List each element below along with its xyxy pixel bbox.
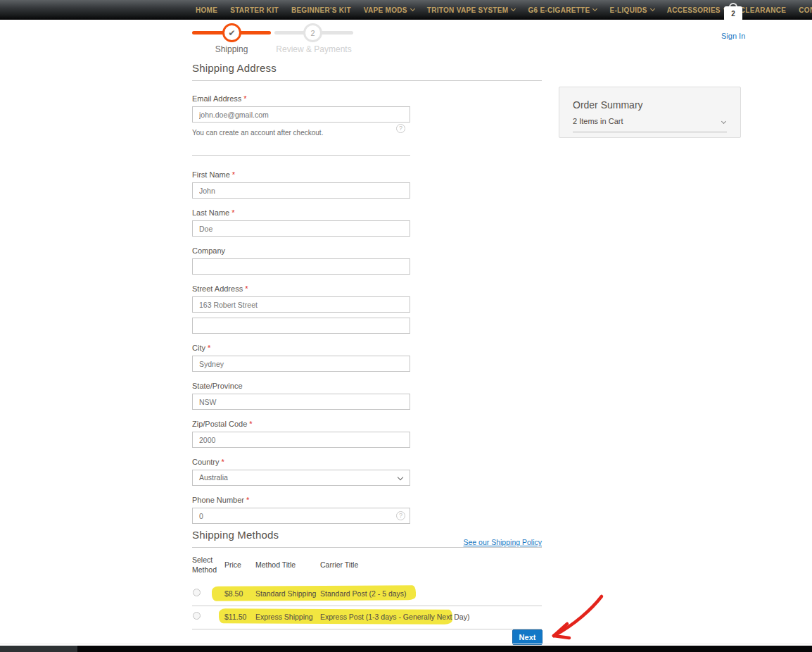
top-nav: HOME STARTER KIT BEGINNER'S KIT VAPE MOD…: [0, 0, 812, 20]
required-marker: *: [246, 496, 249, 504]
street-address-field[interactable]: [192, 296, 410, 313]
step-review-label[interactable]: Review & Payments: [274, 44, 353, 54]
company-field[interactable]: [192, 258, 410, 275]
nav-item-accessories[interactable]: ACCESSORIES: [667, 6, 728, 14]
step-shipping-circle[interactable]: ✔: [222, 23, 241, 42]
email-field[interactable]: [192, 106, 410, 123]
chevron-down-icon: [592, 6, 597, 11]
nav-item-label: ACCESSORIES: [667, 6, 721, 14]
nav-item-eliquids[interactable]: E-LIQUIDS: [609, 6, 654, 14]
cart-count-badge: 2: [724, 6, 742, 21]
shipping-method-radio[interactable]: [193, 589, 201, 596]
nav-item-label: CONTACT: [799, 6, 812, 14]
required-marker: *: [222, 458, 224, 466]
shipping-address-section: Shipping Address Email Address* ? You ca…: [192, 62, 542, 534]
nav-item-contact[interactable]: CONTACT: [799, 6, 812, 14]
email-field-group: Email Address* ? You can create an accou…: [192, 94, 410, 137]
field-label-text: Zip/Postal Code: [192, 420, 247, 428]
nav-item-label: CLEARANCE: [740, 6, 786, 14]
column-price: Price: [224, 560, 255, 570]
nav-item-triton-vape-system[interactable]: TRITON VAPE SYSTEM: [427, 6, 516, 14]
company-label: Company: [192, 246, 410, 255]
account-note: You can create an account after checkout…: [192, 129, 410, 137]
nav-item-label: HOME: [196, 6, 217, 14]
nav-item-clearance[interactable]: CLEARANCE: [740, 6, 786, 14]
required-marker: *: [245, 284, 248, 293]
nav-item-label: TRITON VAPE SYSTEM: [427, 6, 509, 14]
footer-divider: [0, 644, 812, 644]
country-label: Country*: [192, 458, 410, 466]
order-summary-title: Order Summary: [573, 99, 727, 111]
field-label-text: Company: [192, 246, 225, 255]
step-shipping-label[interactable]: Shipping: [192, 44, 271, 54]
method-price: $11.50: [224, 613, 255, 621]
last-name-label: Last Name*: [192, 208, 410, 217]
required-marker: *: [232, 170, 235, 179]
zip-postal-field[interactable]: [192, 432, 410, 448]
first-name-field[interactable]: [192, 182, 410, 199]
chevron-down-icon: [398, 475, 403, 480]
state-province-field[interactable]: [192, 394, 410, 410]
table-header-row: Select Method Price Method Title Carrier…: [192, 555, 542, 575]
items-in-cart-label: 2 Items in Cart: [573, 117, 623, 125]
nav-item-beginners-kit[interactable]: BEGINNER'S KIT: [291, 6, 351, 14]
step-number: 2: [310, 29, 315, 37]
items-in-cart-toggle[interactable]: 2 Items in Cart: [573, 117, 727, 132]
nav-item-starter-kit[interactable]: STARTER KIT: [230, 6, 279, 14]
street-field-group: Street Address*: [192, 284, 410, 334]
street-label: Street Address*: [192, 284, 410, 293]
step-review-circle[interactable]: 2: [303, 23, 322, 42]
chevron-down-icon: [511, 6, 516, 11]
required-marker: *: [249, 420, 252, 428]
field-label-text: Country: [192, 458, 220, 466]
next-button[interactable]: Next: [512, 629, 543, 645]
method-title: Standard Shipping: [255, 589, 320, 598]
country-field-group: Country* Australia: [192, 458, 410, 486]
column-select-method: Select Method: [192, 555, 224, 575]
nav-item-label: E-LIQUIDS: [609, 6, 647, 14]
phone-field-group: Phone Number* ?: [192, 496, 410, 524]
field-label-text: City: [192, 344, 205, 352]
table-row-express-shipping: $11.50 Express Shipping Express Post (1-…: [192, 606, 542, 629]
country-select[interactable]: Australia: [192, 470, 410, 486]
field-label-text: Last Name: [192, 208, 229, 217]
chevron-down-icon: [721, 119, 726, 124]
method-price: $8.50: [224, 589, 255, 598]
nav-item-g6-ecigarette[interactable]: G6 E-CIGARETTE: [528, 6, 597, 14]
city-field[interactable]: [192, 356, 410, 372]
chevron-down-icon: [650, 6, 655, 11]
shipping-address-title: Shipping Address: [192, 62, 542, 81]
shipping-methods-section: Shipping Methods See our Shipping Policy…: [192, 529, 542, 629]
nav-item-vape-mods[interactable]: VAPE MODS: [364, 6, 414, 14]
help-icon[interactable]: ?: [396, 511, 405, 520]
carrier-title: Express Post (1-3 days - Generally Next …: [320, 613, 542, 621]
country-selected-value: Australia: [199, 473, 228, 482]
shipping-address-form: Email Address* ? You can create an accou…: [192, 94, 410, 524]
street-address-field-2[interactable]: [192, 318, 410, 334]
last-name-field-group: Last Name*: [192, 208, 410, 237]
sign-in-link[interactable]: Sign In: [721, 32, 745, 40]
last-name-field[interactable]: [192, 220, 410, 237]
nav-item-label: G6 E-CIGARETTE: [528, 6, 590, 14]
cart-button[interactable]: 2: [723, 2, 743, 21]
field-label-text: Street Address: [192, 284, 243, 293]
arrow-annotation: [538, 588, 612, 648]
form-divider: [192, 155, 410, 156]
state-field-group: State/Province: [192, 382, 410, 410]
footer-bar-left-segment: [0, 646, 77, 652]
city-label: City*: [192, 344, 410, 352]
phone-number-field[interactable]: [192, 508, 410, 524]
required-marker: *: [231, 208, 234, 217]
city-field-group: City*: [192, 344, 410, 372]
column-method-title: Method Title: [255, 560, 320, 570]
help-icon[interactable]: ?: [396, 124, 405, 133]
table-row-standard-shipping: $8.50 Standard Shipping Standard Post (2…: [192, 583, 542, 606]
check-icon: ✔: [228, 28, 235, 38]
field-label-text: State/Province: [192, 382, 243, 390]
shipping-policy-link[interactable]: See our Shipping Policy: [464, 538, 543, 546]
zip-field-group: Zip/Postal Code*: [192, 420, 410, 448]
field-label-text: First Name: [192, 170, 230, 179]
shipping-method-radio[interactable]: [193, 612, 201, 620]
nav-item-home[interactable]: HOME: [196, 6, 217, 14]
nav-item-label: VAPE MODS: [364, 6, 407, 14]
